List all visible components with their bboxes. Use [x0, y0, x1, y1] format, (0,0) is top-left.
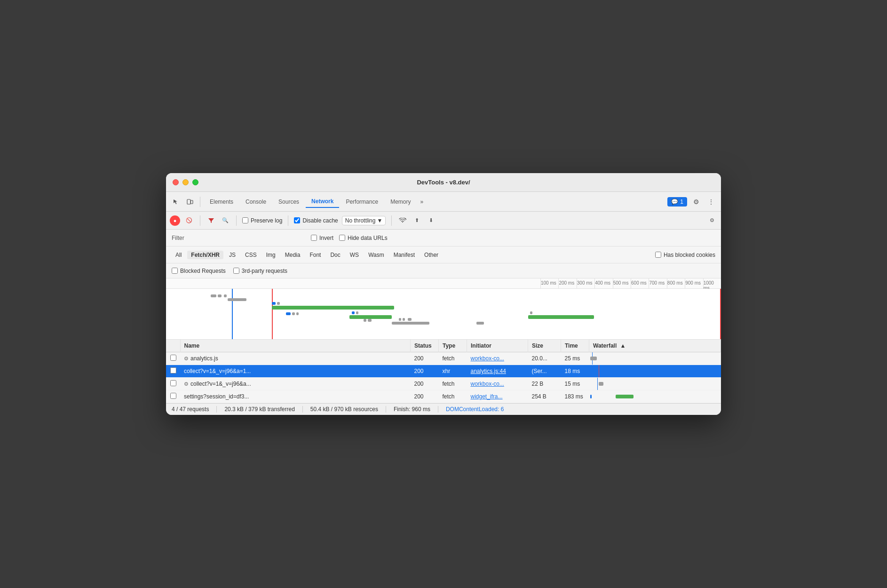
disable-cache-checkbox[interactable] — [294, 217, 300, 223]
settings-ctrl-icon[interactable]: ⚙ — [707, 215, 717, 226]
chat-icon: 💬 — [671, 199, 678, 205]
filter-css[interactable]: CSS — [241, 251, 261, 259]
filter-wasm[interactable]: Wasm — [364, 251, 388, 259]
row-name-cell: ⚙collect?v=1&_v=j96&a... — [184, 381, 306, 387]
row-size: (Ser... — [528, 365, 561, 378]
status-bar: 4 / 47 requests 20.3 kB / 379 kB transfe… — [166, 403, 721, 415]
record-button[interactable]: ● — [170, 215, 180, 226]
initiator-link[interactable]: workbox-co... — [471, 381, 504, 387]
tl-bar-490-1 — [352, 311, 355, 314]
has-blocked-checkbox[interactable] — [655, 252, 661, 258]
tl-bar-r1-2 — [218, 294, 222, 297]
main-toolbar: Elements Console Sources Network Perform… — [166, 192, 721, 212]
filter-all[interactable]: All — [172, 251, 185, 259]
row-checkbox[interactable] — [170, 367, 176, 373]
search-icon[interactable]: 🔍 — [220, 215, 230, 226]
col-type[interactable]: Type — [439, 340, 467, 352]
third-party-label[interactable]: 3rd-party requests — [233, 268, 287, 274]
preserve-log-label[interactable]: Preserve log — [242, 217, 282, 224]
initiator-link[interactable]: widget_ifra... — [471, 393, 503, 400]
filter-bar: Filter Invert Hide data URLs — [166, 230, 721, 246]
clear-button[interactable]: 🚫 — [184, 215, 194, 226]
close-button[interactable] — [173, 179, 179, 185]
timeline-canvas[interactable] — [166, 289, 721, 340]
hide-data-urls-label[interactable]: Hide data URLs — [339, 235, 388, 241]
status-domcontent: DOMContentLoaded: 6 — [438, 406, 504, 413]
third-party-checkbox[interactable] — [233, 268, 239, 274]
controls-divider — [200, 215, 200, 226]
notifications-badge[interactable]: 💬 1 — [667, 197, 687, 207]
invert-label[interactable]: Invert — [311, 235, 333, 241]
filter-ws[interactable]: WS — [346, 251, 363, 259]
badge-count: 1 — [680, 199, 683, 205]
col-size[interactable]: Size — [528, 340, 561, 352]
row-waterfall — [589, 390, 721, 403]
filter-media[interactable]: Media — [281, 251, 304, 259]
tl-bar-820 — [476, 322, 484, 325]
wf-bar-blue — [590, 395, 592, 398]
filter-font[interactable]: Font — [306, 251, 325, 259]
throttle-select[interactable]: No throttling ▼ — [342, 216, 386, 225]
blocked-requests-checkbox[interactable] — [172, 268, 178, 274]
filter-js[interactable]: JS — [225, 251, 239, 259]
tab-elements[interactable]: Elements — [204, 196, 239, 207]
filter-icon[interactable] — [206, 215, 216, 226]
col-waterfall[interactable]: Waterfall ▲ — [589, 340, 721, 352]
row-checkbox[interactable] — [170, 393, 176, 399]
tab-network[interactable]: Network — [306, 196, 339, 208]
row-name: collect?v=1&_v=j96&a... — [190, 381, 251, 387]
upload-icon[interactable]: ⬆ — [412, 215, 422, 226]
filter-img[interactable]: Img — [262, 251, 279, 259]
invert-checkbox[interactable] — [311, 235, 317, 241]
wifi-icon[interactable] — [397, 215, 408, 226]
tab-performance[interactable]: Performance — [340, 196, 384, 207]
initiator-link[interactable]: analytics.js:44 — [471, 368, 506, 374]
table-row[interactable]: ⚙collect?v=1&_v=j96&a...200fetchworkbox-… — [166, 378, 721, 390]
filter-manifest[interactable]: Manifest — [390, 251, 419, 259]
device-toggle-icon[interactable] — [184, 196, 196, 208]
row-checkbox[interactable] — [170, 380, 176, 386]
row-initiator: workbox-co... — [467, 352, 528, 365]
throttle-dropdown-arrow: ▼ — [377, 217, 382, 224]
initiator-link[interactable]: workbox-co... — [471, 355, 504, 362]
svg-rect-0 — [187, 199, 190, 204]
row-checkbox[interactable] — [170, 355, 176, 361]
tab-sources[interactable]: Sources — [273, 196, 305, 207]
red-vline-2 — [720, 289, 721, 340]
tab-more-icon[interactable]: » — [417, 197, 426, 207]
col-initiator[interactable]: Initiator — [467, 340, 528, 352]
row-status: 200 — [411, 365, 439, 378]
filter-fetch-xhr[interactable]: Fetch/XHR — [187, 251, 223, 259]
disable-cache-label[interactable]: Disable cache — [294, 217, 338, 224]
settings-icon[interactable]: ⚙ — [690, 196, 702, 208]
tl-bar-600-1 — [399, 318, 401, 321]
blocked-requests-label[interactable]: Blocked Requests — [172, 268, 226, 274]
table-header-row: Name Status Type Initiator Size Time Wat… — [166, 340, 721, 352]
more-options-icon[interactable]: ⋮ — [705, 196, 717, 208]
cursor-icon[interactable] — [170, 196, 182, 208]
table-row[interactable]: ⚙analytics.js200fetchworkbox-co...20.0..… — [166, 352, 721, 365]
tl-bar-green-main — [272, 306, 394, 310]
hide-data-urls-checkbox[interactable] — [339, 235, 345, 241]
download-icon[interactable]: ⬇ — [426, 215, 436, 226]
tab-console[interactable]: Console — [240, 196, 272, 207]
col-status[interactable]: Status — [411, 340, 439, 352]
tab-memory[interactable]: Memory — [385, 196, 416, 207]
row-size: 22 B — [528, 378, 561, 390]
col-name[interactable]: Name — [180, 340, 411, 352]
status-requests: 4 / 47 requests — [172, 406, 217, 413]
filter-other[interactable]: Other — [420, 251, 442, 259]
ruler-600ms: 600 ms — [631, 278, 649, 288]
wf-vline — [597, 378, 598, 390]
svg-rect-1 — [191, 200, 193, 204]
tl-bar-520-2 — [368, 319, 372, 322]
has-blocked-cookies: Has blocked cookies — [655, 252, 715, 258]
preserve-log-checkbox[interactable] — [242, 217, 248, 223]
filter-doc[interactable]: Doc — [326, 251, 344, 259]
table-row[interactable]: settings?session_id=df3...200fetchwidget… — [166, 390, 721, 403]
toolbar-right: 💬 1 ⚙ ⋮ — [667, 196, 717, 208]
maximize-button[interactable] — [192, 179, 198, 185]
minimize-button[interactable] — [182, 179, 189, 185]
table-row[interactable]: collect?v=1&_v=j96&a=1...200xhranalytics… — [166, 365, 721, 378]
col-time[interactable]: Time — [561, 340, 589, 352]
